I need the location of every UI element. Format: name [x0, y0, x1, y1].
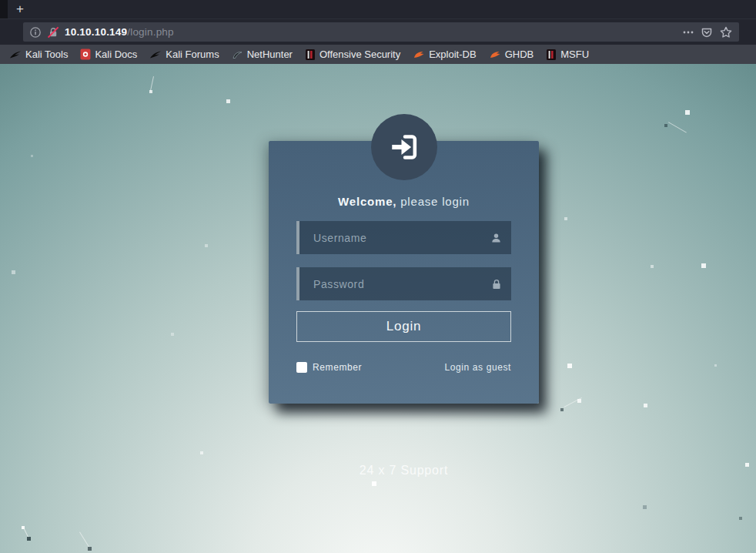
particle [226, 99, 230, 103]
particle [31, 155, 33, 157]
user-icon [491, 233, 501, 243]
welcome-rest: please login [396, 195, 470, 208]
url-path: /login.php [127, 26, 174, 38]
bookmark-ghdb[interactable]: GHDB [484, 47, 539, 62]
particle [205, 244, 208, 247]
particle [149, 90, 152, 93]
nethunter-icon [232, 49, 243, 60]
bookmark-msfu[interactable]: MSFU [541, 47, 594, 62]
new-tab-button[interactable]: + [8, 1, 32, 18]
exploitdb-bird-icon [413, 49, 425, 60]
bookmark-label: Kali Docs [95, 49, 137, 60]
browser-window: + 10.10.10.149/login.php Kali Tools [0, 0, 756, 553]
navigation-toolbar: 10.10.10.149/login.php [0, 18, 756, 45]
exploitdb-bird-icon [489, 49, 501, 60]
particle [745, 463, 749, 467]
site-info-icon[interactable] [29, 26, 42, 39]
url-bar[interactable]: 10.10.10.149/login.php [23, 22, 739, 42]
particle-line [668, 122, 687, 132]
bookmark-label: Exploit-DB [429, 49, 476, 60]
page-actions-icon[interactable] [682, 26, 694, 39]
particle [88, 547, 92, 551]
particle [567, 364, 572, 368]
bookmark-label: Offensive Security [319, 49, 400, 60]
support-text: 24 x 7 Support [269, 464, 539, 478]
particle [22, 526, 25, 529]
username-field [296, 221, 511, 254]
particle [644, 404, 647, 407]
login-options-row: Remember Login as guest [296, 362, 511, 373]
sign-in-icon [388, 131, 420, 163]
particle-line [79, 531, 89, 547]
bookmark-offensive-security[interactable]: Offensive Security [300, 47, 405, 62]
offsec-icon [546, 49, 557, 61]
particle [577, 399, 581, 403]
bookmark-kali-docs[interactable]: Kali Docs [75, 47, 142, 62]
remember-checkbox[interactable] [296, 362, 307, 373]
particle [643, 505, 647, 509]
kali-dragon-icon [9, 49, 22, 60]
particle [651, 265, 654, 268]
login-button[interactable]: Login [296, 311, 511, 342]
bookmark-label: Kali Tools [25, 49, 68, 60]
particle-line [150, 76, 154, 92]
particle [12, 270, 15, 274]
lock-icon [492, 279, 501, 290]
url-host: 10.10.10.149 [65, 26, 127, 38]
password-input[interactable] [296, 267, 511, 300]
particle [564, 217, 567, 220]
login-as-guest-link[interactable]: Login as guest [445, 362, 511, 373]
offsec-icon [305, 49, 316, 61]
tab-bar: + [0, 0, 756, 18]
particle [714, 364, 717, 367]
bookmark-nethunter[interactable]: NetHunter [227, 47, 297, 62]
bookmark-star-icon[interactable] [719, 25, 733, 39]
kali-docs-icon [80, 49, 91, 60]
particle [200, 451, 203, 454]
particle [739, 517, 742, 520]
particle [171, 333, 174, 336]
bookmark-exploit-db[interactable]: Exploit-DB [408, 47, 480, 62]
remember-label: Remember [313, 362, 362, 373]
page-content: Welcome, please login Login Remember Log… [0, 64, 756, 553]
password-field [296, 267, 511, 300]
bookmark-label: Kali Forums [166, 49, 219, 60]
particle [685, 110, 690, 115]
login-card: Welcome, please login Login Remember Log… [269, 141, 539, 404]
tab-bar-edge [0, 0, 8, 18]
welcome-heading: Welcome, please login [296, 195, 511, 208]
particle [701, 263, 706, 268]
particle [27, 537, 31, 541]
login-icon-circle [371, 114, 437, 180]
welcome-bold: Welcome, [338, 195, 396, 208]
particle [560, 408, 564, 411]
bookmark-label: GHDB [505, 49, 534, 60]
bookmark-kali-forums[interactable]: Kali Forums [145, 47, 223, 62]
bookmark-kali-tools[interactable]: Kali Tools [5, 47, 72, 62]
particle [664, 124, 667, 127]
pocket-icon[interactable] [700, 25, 714, 39]
bookmark-label: MSFU [560, 49, 589, 60]
bookmark-label: NetHunter [247, 49, 293, 60]
bookmarks-toolbar: Kali Tools Kali Docs Kali Forums NetHunt… [0, 45, 756, 64]
kali-dragon-icon [149, 49, 162, 60]
username-input[interactable] [296, 221, 511, 254]
url-text: 10.10.10.149/login.php [65, 26, 677, 38]
insecure-lock-icon[interactable] [47, 26, 59, 39]
particle [372, 481, 376, 486]
